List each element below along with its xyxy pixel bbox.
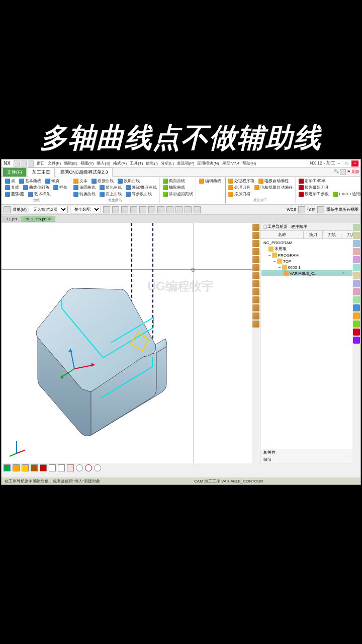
viewport[interactable]: ⊕ UG编程牧宇 xyxy=(2,223,252,463)
menu-window[interactable]: 窗口 xyxy=(36,160,46,166)
lt-11[interactable] xyxy=(252,304,259,311)
menu-view[interactable]: 视图(V) xyxy=(79,160,95,166)
bt-2[interactable] xyxy=(13,464,20,471)
lt-7[interactable] xyxy=(252,272,259,279)
scope-filter[interactable]: 整个装配 xyxy=(70,206,101,213)
minimize-button[interactable]: − xyxy=(335,160,342,167)
fi3[interactable] xyxy=(121,206,128,213)
help-icon[interactable] xyxy=(340,169,346,175)
view-triad[interactable] xyxy=(7,438,27,458)
tab-home[interactable]: 加工主页 xyxy=(28,168,55,177)
fi9[interactable] xyxy=(175,206,183,213)
col-name[interactable]: 名称 xyxy=(260,231,304,238)
bt-4[interactable] xyxy=(31,464,38,471)
col-tp[interactable]: 刀轨 xyxy=(323,231,342,238)
tree-root[interactable]: NC_PROGRAM xyxy=(261,240,359,246)
bt-5[interactable] xyxy=(40,464,47,471)
fi2[interactable] xyxy=(112,206,119,213)
menu-file[interactable]: 文件(F) xyxy=(47,160,62,166)
rb-shorttool[interactable]: 报告最短刀具 xyxy=(298,184,330,191)
close-button[interactable]: × xyxy=(351,160,358,167)
wcs-icon[interactable] xyxy=(298,206,305,213)
rb-text[interactable]: 文本 xyxy=(72,178,88,184)
rt-7[interactable] xyxy=(353,272,360,279)
rb-extract[interactable]: 抽取曲线 xyxy=(162,184,186,191)
lt-9[interactable] xyxy=(252,288,259,295)
menu-info[interactable]: 信息(I) xyxy=(145,160,159,166)
rb-basecurve[interactable]: 基本曲线 xyxy=(18,178,42,184)
tree-operation[interactable]: VARIABLE_C... ✓ D12 xyxy=(261,270,359,276)
rb-bridge[interactable]: 桥接曲线 xyxy=(90,178,115,184)
rt-3[interactable] xyxy=(353,240,360,247)
lt-4[interactable] xyxy=(252,248,259,255)
model-3d[interactable] xyxy=(27,273,188,444)
tree-sub[interactable]: − 0602-1 xyxy=(261,264,359,270)
menu-pref[interactable]: 首选项(P) xyxy=(176,160,196,166)
rb-wrap[interactable]: 缠绕/展开曲线 xyxy=(125,184,158,191)
rb-chamfer[interactable]: 曲线倒斜角 xyxy=(22,184,50,191)
rt-12[interactable] xyxy=(353,312,360,319)
fi5[interactable] xyxy=(139,206,146,213)
menu-app[interactable]: 应用模块(N) xyxy=(196,160,220,166)
fi4[interactable] xyxy=(130,206,137,213)
rb-simplify[interactable]: 简化曲线 xyxy=(99,184,123,191)
regen-label[interactable]: 重新生成所有视图 xyxy=(326,207,358,212)
rt-13[interactable] xyxy=(353,320,360,328)
menu-starsky[interactable]: 星空 V7.4 xyxy=(221,160,241,166)
menu-analysis[interactable]: 分析(L) xyxy=(160,160,175,166)
lt-6[interactable] xyxy=(252,264,259,271)
lt-10[interactable] xyxy=(252,296,259,303)
lt-5[interactable] xyxy=(252,256,259,263)
menu-button[interactable] xyxy=(4,206,11,213)
rt-1[interactable] xyxy=(353,224,360,231)
rb-editcurve[interactable]: 编辑曲线 xyxy=(198,178,222,184)
regen-icon[interactable] xyxy=(317,206,324,213)
fi6[interactable] xyxy=(148,206,155,213)
fi10[interactable] xyxy=(185,206,192,213)
rt-15[interactable] xyxy=(353,337,360,344)
tb-open-icon[interactable] xyxy=(21,160,27,167)
rt-4[interactable] xyxy=(353,248,360,255)
rb-point[interactable]: 点 xyxy=(4,178,16,184)
rb-setparam[interactable]: 设定加工参数 xyxy=(298,191,330,197)
rt-5[interactable] xyxy=(353,256,360,263)
rt-6[interactable] xyxy=(353,264,360,271)
selection-filter[interactable]: 无选择过滤器 xyxy=(29,206,68,213)
flag-icon[interactable]: ⚑ 刷新 xyxy=(347,169,359,175)
wcs-label[interactable]: WCS xyxy=(287,207,296,212)
menu-edit[interactable]: 编辑(E) xyxy=(63,160,78,166)
bt-8[interactable] xyxy=(67,464,74,471)
rb-excel[interactable]: EXCEL通用程序单 xyxy=(332,191,362,197)
rb-iso[interactable]: 等参数曲线 xyxy=(125,191,153,197)
tree-top[interactable]: − TOP xyxy=(261,258,359,264)
filetab-1[interactable]: 11.prt xyxy=(3,216,21,222)
lt-3[interactable] xyxy=(252,240,259,247)
tb-save-icon[interactable] xyxy=(28,160,34,167)
filetab-2[interactable]: dt_1_stp.prt ✕ xyxy=(21,216,55,222)
rb-helix[interactable]: 螺旋 xyxy=(44,178,60,184)
lt-1[interactable] xyxy=(252,224,259,231)
tb-new-icon[interactable] xyxy=(14,160,20,167)
lt-8[interactable] xyxy=(252,280,259,287)
fi1[interactable] xyxy=(103,206,110,213)
rb-convert[interactable]: 转换曲线 xyxy=(72,191,97,197)
bt-10[interactable] xyxy=(85,464,92,471)
tree-unused[interactable]: 未用项 xyxy=(261,246,359,252)
rb-offset[interactable]: 偏置曲线 xyxy=(72,184,97,191)
menu-format[interactable]: 格式(R) xyxy=(112,160,128,166)
rb-postlib[interactable]: 后加工/库单 xyxy=(298,178,327,184)
bt-3[interactable] xyxy=(22,464,29,471)
menu-tools[interactable]: 工具(T) xyxy=(129,160,144,166)
rt-2[interactable] xyxy=(353,232,360,239)
rb-section[interactable]: 截面曲线 xyxy=(162,178,186,184)
rb-elecbatch[interactable]: 电极批量自动编程 xyxy=(253,184,294,191)
rb-project[interactable]: 投影曲线 xyxy=(117,178,141,184)
rb-addholder[interactable]: 添加刀柄 xyxy=(227,191,251,197)
search-icon[interactable]: 🔍 xyxy=(334,169,339,175)
tab-cnc[interactable]: 高秀CNC超级程式单2.3 xyxy=(56,168,113,177)
rt-10[interactable] xyxy=(353,296,360,303)
rb-artspline[interactable]: 艺术样条 xyxy=(27,191,51,197)
menu-label[interactable]: 菜单(M) xyxy=(13,207,27,212)
bt-1[interactable] xyxy=(4,464,11,471)
menu-help[interactable]: 帮助(H) xyxy=(241,160,257,166)
